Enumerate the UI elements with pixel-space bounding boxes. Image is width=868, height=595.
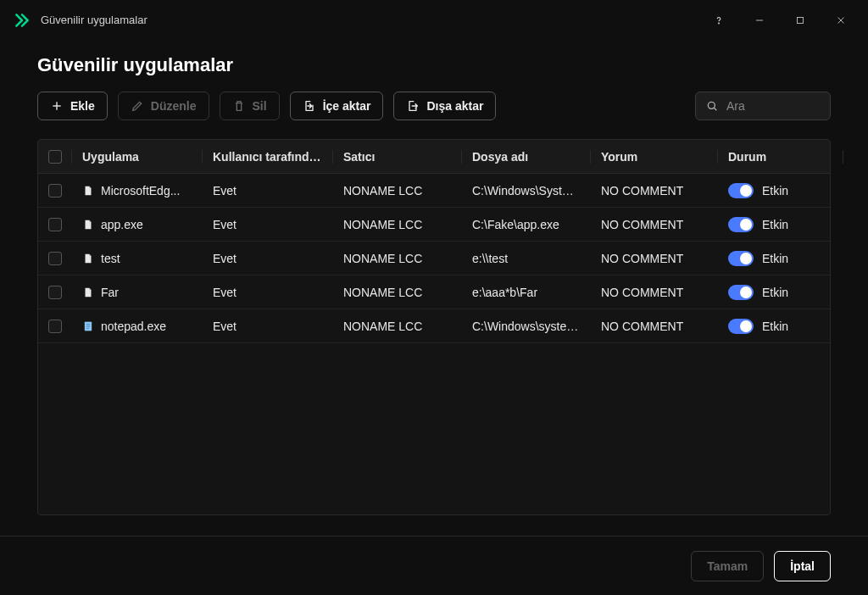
cell-comment: NO COMMENT [591,252,718,265]
add-button-label: Ekle [70,99,95,113]
cell-user: Evet [203,320,333,333]
col-user[interactable]: Kullanıcı tarafında... [203,150,333,164]
status-toggle[interactable] [728,285,754,300]
col-status[interactable]: Durum [718,150,843,164]
row-checkbox[interactable] [48,286,62,299]
cell-comment: NO COMMENT [591,320,718,333]
file-icon [82,286,94,298]
search-icon [705,99,719,113]
delete-button-label: Sil [253,99,267,113]
export-button-label: Dışa aktar [426,99,483,113]
footer: Tamam İptal [0,536,868,595]
cell-app: test [101,252,120,265]
cell-status: Etkin [762,184,788,197]
minimize-button[interactable] [739,3,780,37]
edit-button-label: Düzenle [151,99,197,113]
cancel-button[interactable]: İptal [774,551,831,581]
export-button[interactable]: Dışa aktar [393,92,496,120]
status-toggle[interactable] [728,183,754,198]
table-header: Uygulama Kullanıcı tarafında... Satıcı D… [38,140,830,174]
svg-point-7 [708,102,715,108]
notepad-file-icon [82,320,94,332]
svg-point-0 [719,23,720,24]
import-button[interactable]: İçe aktar [290,92,384,120]
page-title: Güvenilir uygulamalar [37,54,831,76]
cell-app: MicrosoftEdg... [101,184,180,197]
cell-file: C:\Windows\system... [462,320,591,333]
row-checkbox[interactable] [48,184,62,197]
table-row[interactable]: notepad.exeEvetNONAME LCCC:\Windows\syst… [38,309,830,343]
col-vendor[interactable]: Satıcı [333,150,462,164]
status-toggle[interactable] [728,217,754,232]
cell-app: Far [101,286,119,299]
svg-line-8 [714,108,716,110]
row-checkbox[interactable] [48,218,62,231]
file-icon [82,185,94,197]
col-app[interactable]: Uygulama [72,150,203,164]
cell-app: app.exe [101,218,143,231]
table-row[interactable]: FarEvetNONAME LCCe:\aaa*b\FarNO COMMENTE… [38,275,830,309]
help-button[interactable] [698,3,739,37]
col-comment[interactable]: Yorum [591,150,718,164]
cell-file: C:\Fake\app.exe [462,218,591,231]
cell-vendor: NONAME LCC [333,286,462,299]
cell-comment: NO COMMENT [591,218,718,231]
table-row[interactable]: app.exeEvetNONAME LCCC:\Fake\app.exeNO C… [38,208,830,242]
cell-vendor: NONAME LCC [333,184,462,197]
row-checkbox[interactable] [48,252,62,265]
cell-file: e:\\test [462,252,591,265]
import-button-label: İçe aktar [323,99,371,113]
titlebar: Güvenilir uygulamalar [0,0,868,41]
cell-user: Evet [203,252,333,265]
status-toggle[interactable] [728,319,754,334]
cell-file: e:\aaa*b\Far [462,286,591,299]
ok-button[interactable]: Tamam [691,551,764,581]
maximize-button[interactable] [780,3,821,37]
cell-status: Etkin [762,320,788,333]
cell-comment: NO COMMENT [591,286,718,299]
cell-app: notepad.exe [101,320,166,333]
cell-user: Evet [203,286,333,299]
file-icon [82,253,94,264]
cell-comment: NO COMMENT [591,184,718,197]
cell-user: Evet [203,218,333,231]
close-button[interactable] [821,3,861,37]
add-button[interactable]: Ekle [37,92,108,120]
file-icon [82,219,94,231]
cell-vendor: NONAME LCC [333,320,462,333]
cell-vendor: NONAME LCC [333,252,462,265]
edit-button[interactable]: Düzenle [118,92,209,120]
svg-rect-2 [798,17,804,23]
table-row[interactable]: MicrosoftEdg...EvetNONAME LCCC:\Windows\… [38,174,830,208]
delete-button[interactable]: Sil [220,92,280,120]
applications-table: Uygulama Kullanıcı tarafında... Satıcı D… [37,139,831,515]
row-checkbox[interactable] [48,320,62,333]
cell-user: Evet [203,184,333,197]
status-toggle[interactable] [728,251,754,266]
window-title: Güvenilir uygulamalar [41,14,147,26]
table-row[interactable]: testEvetNONAME LCCe:\\testNO COMMENTEtki… [38,242,830,275]
cell-status: Etkin [762,218,788,231]
col-file[interactable]: Dosya adı [462,150,591,164]
cell-status: Etkin [762,286,788,299]
app-logo-icon [14,12,31,29]
select-all-checkbox[interactable] [48,150,62,164]
toolbar: Ekle Düzenle Sil İçe aktar Dışa aktar [37,92,831,120]
cell-status: Etkin [762,252,788,265]
cell-file: C:\Windows\System... [462,184,591,197]
cell-vendor: NONAME LCC [333,218,462,231]
